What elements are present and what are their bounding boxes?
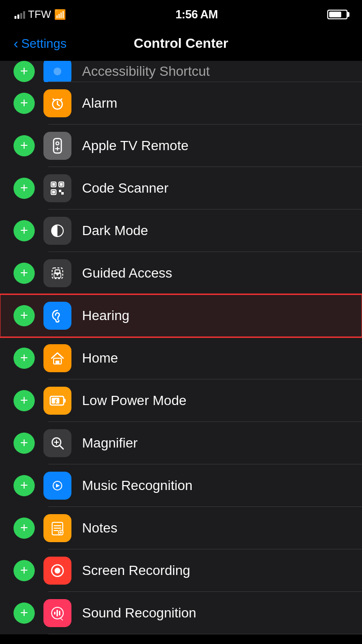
list-item-code-scanner[interactable]: + Code Scanner: [0, 167, 362, 210]
item-label-home: Home: [82, 350, 118, 366]
item-label-alarm: Alarm: [82, 96, 117, 111]
svg-point-23: [56, 274, 58, 276]
back-chevron-icon: ‹: [14, 35, 18, 52]
svg-rect-26: [56, 361, 59, 364]
item-label-dark-mode: Dark Mode: [82, 223, 148, 238]
item-label-sound-recognition: Sound Recognition: [82, 605, 196, 621]
item-label-guided-access: Guided Access: [82, 266, 172, 281]
app-icon-music-recognition: [43, 472, 71, 500]
svg-point-24: [57, 319, 59, 320]
app-icon-alarm: [43, 89, 71, 117]
svg-rect-44: [54, 612, 56, 615]
svg-rect-17: [60, 183, 63, 186]
add-button-music-recognition[interactable]: +: [14, 475, 35, 496]
status-right: [327, 10, 348, 19]
time-label: 1:56 AM: [176, 8, 218, 21]
add-button-code-scanner[interactable]: +: [14, 178, 35, 199]
svg-line-6: [60, 99, 62, 100]
app-icon-notes: [43, 514, 71, 542]
svg-rect-7: [54, 139, 61, 153]
svg-rect-14: [59, 190, 61, 192]
svg-rect-46: [59, 611, 60, 616]
list-item-screen-recording[interactable]: + Screen Recording: [0, 549, 362, 592]
battery-icon: [327, 10, 348, 19]
add-button-guided-access[interactable]: +: [14, 263, 35, 284]
add-button-sound-recognition[interactable]: +: [14, 602, 35, 624]
list-item-alarm[interactable]: + Alarm: [0, 82, 362, 125]
list-item-sound-recognition[interactable]: + Sound Recognition: [0, 592, 362, 634]
svg-rect-45: [56, 610, 58, 616]
app-icon-low-power-mode: [43, 387, 71, 415]
item-label-magnifier: Magnifier: [82, 435, 138, 451]
add-button-screen-recording[interactable]: +: [14, 560, 35, 581]
svg-rect-21: [55, 270, 60, 274]
add-button-hearing[interactable]: +: [14, 305, 35, 326]
item-label: Accessibility Shortcut: [82, 64, 210, 79]
item-label-hearing: Hearing: [82, 308, 129, 323]
list-item-low-power-mode[interactable]: + Low Power Mode: [0, 379, 362, 422]
add-button[interactable]: +: [14, 61, 35, 82]
svg-point-8: [56, 142, 59, 145]
app-icon-sound-recognition: [43, 599, 71, 627]
back-button[interactable]: ‹ Settings: [14, 35, 67, 52]
list-item-home[interactable]: + Home: [0, 337, 362, 379]
page-title: Control Center: [134, 36, 228, 51]
app-icon-home: [43, 344, 71, 372]
app-icon-code-scanner: [43, 174, 71, 202]
svg-line-5: [53, 99, 55, 100]
svg-rect-28: [64, 399, 66, 403]
list-item-apple-tv-remote[interactable]: + Apple TV Remote: [0, 125, 362, 167]
list-item-magnifier[interactable]: + Magnifier: [0, 422, 362, 464]
add-button-alarm[interactable]: +: [14, 93, 35, 114]
svg-rect-15: [61, 192, 64, 195]
settings-list: + Accessibility Shortcut + Alarm +: [0, 61, 362, 634]
list-item-hearing[interactable]: + Hearing: [0, 294, 362, 337]
app-icon-guided-access: [43, 259, 71, 287]
add-button-low-power-mode[interactable]: +: [14, 390, 35, 411]
item-label-low-power-mode: Low Power Mode: [82, 393, 186, 408]
item-label-screen-recording: Screen Recording: [82, 563, 190, 578]
app-icon-dark-mode: [43, 217, 71, 245]
add-button-dark-mode[interactable]: +: [14, 220, 35, 241]
add-button-apple-tv-remote[interactable]: +: [14, 135, 35, 156]
list-item-music-recognition[interactable]: + Music Recognition: [0, 464, 362, 507]
add-button-home[interactable]: +: [14, 348, 35, 369]
svg-point-1: [54, 68, 61, 75]
back-label: Settings: [21, 36, 67, 51]
svg-point-42: [55, 568, 60, 574]
app-icon-apple-tv-remote: [43, 132, 71, 160]
item-label-code-scanner: Code Scanner: [82, 181, 168, 196]
item-label-apple-tv-remote: Apple TV Remote: [82, 138, 189, 154]
svg-line-31: [60, 446, 63, 449]
app-icon-screen-recording: [43, 557, 71, 585]
svg-line-4: [57, 104, 59, 106]
svg-rect-16: [52, 183, 55, 186]
app-icon-magnifier: [43, 429, 71, 457]
nav-header: ‹ Settings Control Center: [0, 26, 362, 61]
list-item-dark-mode[interactable]: + Dark Mode: [0, 210, 362, 252]
list-item-notes[interactable]: + Notes: [0, 507, 362, 549]
item-label-notes: Notes: [82, 520, 117, 536]
wifi-icon: 📶: [54, 9, 66, 20]
carrier-label: TFW: [28, 8, 51, 21]
status-left: TFW 📶: [14, 8, 66, 21]
list-item-guided-access[interactable]: + Guided Access: [0, 252, 362, 294]
list-item[interactable]: + Accessibility Shortcut: [0, 61, 362, 82]
status-bar: TFW 📶 1:56 AM: [0, 0, 362, 26]
add-button-notes[interactable]: +: [14, 518, 35, 539]
svg-rect-18: [52, 191, 55, 194]
item-label-music-recognition: Music Recognition: [82, 478, 193, 493]
add-button-magnifier[interactable]: +: [14, 433, 35, 454]
app-icon-hearing: [43, 302, 71, 330]
signal-icon: [14, 10, 25, 19]
